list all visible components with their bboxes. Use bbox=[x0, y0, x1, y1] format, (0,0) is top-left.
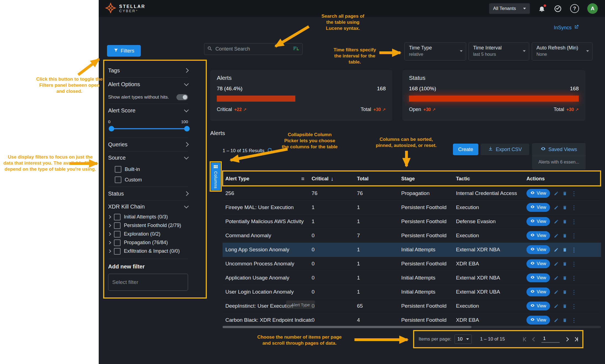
table-row[interactable]: 256 76 76 Propagation Internal Credentia… bbox=[223, 186, 601, 201]
notifications-bell-icon[interactable] bbox=[538, 5, 546, 12]
view-button[interactable]: View bbox=[526, 189, 550, 198]
previous-page-button[interactable] bbox=[533, 338, 536, 341]
check-circle-icon[interactable] bbox=[554, 5, 562, 13]
table-row[interactable]: Long App Session Anomaly 0 1 Initial Att… bbox=[223, 243, 601, 257]
checkbox[interactable] bbox=[114, 231, 121, 238]
table-row[interactable]: DeepInstinct: User Execution 0 65 Persis… bbox=[223, 299, 601, 313]
delete-icon[interactable] bbox=[562, 247, 567, 252]
column-header-total[interactable]: Total bbox=[357, 176, 401, 182]
filter-section-status[interactable]: Status bbox=[108, 187, 188, 201]
export-csv-button[interactable]: Export CSV bbox=[481, 144, 529, 155]
edit-icon[interactable] bbox=[554, 205, 559, 210]
edit-icon[interactable] bbox=[554, 191, 559, 196]
edit-icon[interactable] bbox=[554, 233, 559, 238]
more-actions-icon[interactable]: ⋮ bbox=[571, 247, 577, 253]
sort-descending-icon[interactable]: ↓ bbox=[331, 176, 333, 182]
filter-section-alert-options[interactable]: Alert Options bbox=[108, 78, 188, 91]
table-row[interactable]: Fireeye MAL: User Execution 1 1 Persiste… bbox=[223, 201, 601, 215]
table-row[interactable]: Potentially Malicious AWS Activity 1 1 P… bbox=[223, 215, 601, 229]
view-button[interactable]: View bbox=[526, 273, 550, 282]
table-row[interactable]: Carbon Black: XDR Endpoint Indicato 0 4 … bbox=[223, 313, 601, 327]
time-type-select[interactable]: Time Type relative bbox=[404, 42, 466, 60]
delete-icon[interactable] bbox=[562, 318, 567, 323]
edit-icon[interactable] bbox=[554, 219, 559, 224]
edit-icon[interactable] bbox=[554, 290, 559, 294]
slider-handle-min[interactable] bbox=[109, 126, 114, 131]
lucene-icon[interactable] bbox=[293, 46, 299, 52]
view-button[interactable]: View bbox=[526, 287, 550, 296]
view-button[interactable]: View bbox=[526, 316, 550, 325]
slider-handle-max[interactable] bbox=[184, 126, 190, 131]
checkbox[interactable] bbox=[114, 239, 121, 246]
delete-icon[interactable] bbox=[562, 290, 567, 294]
slider-track[interactable] bbox=[111, 128, 187, 129]
edit-icon[interactable] bbox=[554, 262, 559, 266]
checkbox[interactable] bbox=[114, 248, 121, 255]
filters-toggle-button[interactable]: Filters bbox=[107, 45, 141, 57]
table-row[interactable]: Application Usage Anomaly 0 1 Initial At… bbox=[223, 271, 601, 285]
column-menu-icon[interactable]: ≡ bbox=[301, 176, 304, 182]
chevron-right-icon[interactable] bbox=[108, 232, 111, 236]
next-page-button[interactable] bbox=[565, 338, 568, 341]
page-number-input[interactable] bbox=[541, 336, 560, 343]
last-page-button[interactable] bbox=[574, 337, 578, 341]
table-row[interactable]: Uncommon Process Anomaly 0 1 Persistent … bbox=[223, 257, 601, 271]
filter-section-kill-chain[interactable]: XDR Kill Chain bbox=[108, 201, 188, 213]
more-actions-icon[interactable]: ⋮ bbox=[571, 191, 577, 196]
filter-section-queries[interactable]: Queries bbox=[108, 138, 188, 151]
more-actions-icon[interactable]: ⋮ bbox=[571, 219, 577, 225]
more-actions-icon[interactable]: ⋮ bbox=[571, 275, 577, 281]
view-button[interactable]: View bbox=[526, 302, 550, 310]
column-header-critical[interactable]: Critical ↓ bbox=[312, 176, 357, 182]
more-actions-icon[interactable]: ⋮ bbox=[571, 261, 577, 267]
kill-chain-item[interactable]: Persistent Foothold (2/79) bbox=[108, 221, 188, 230]
checkbox[interactable] bbox=[114, 214, 121, 220]
time-interval-select[interactable]: Time Interval last 5 hours bbox=[468, 42, 529, 60]
filter-section-source[interactable]: Source bbox=[108, 151, 188, 164]
column-header-alert-type[interactable]: Alert Type ≡ bbox=[223, 176, 312, 182]
view-button[interactable]: View bbox=[526, 217, 550, 226]
first-page-button[interactable] bbox=[523, 337, 527, 341]
more-actions-icon[interactable]: ⋮ bbox=[571, 205, 577, 210]
help-icon[interactable]: ? bbox=[570, 4, 579, 13]
table-row[interactable]: User Login Location Anomaly 0 1 Initial … bbox=[223, 285, 601, 299]
auto-refresh-select[interactable]: Auto Refresh (Min) None bbox=[532, 42, 593, 60]
edit-icon[interactable] bbox=[554, 247, 559, 252]
tenant-selector[interactable]: All Tenants bbox=[489, 3, 530, 14]
chevron-right-icon[interactable] bbox=[108, 249, 111, 253]
view-button[interactable]: View bbox=[526, 231, 550, 240]
filter-section-tags[interactable]: Tags bbox=[108, 64, 188, 78]
delete-icon[interactable] bbox=[562, 191, 567, 196]
edit-icon[interactable] bbox=[554, 276, 559, 280]
filter-section-alert-score[interactable]: Alert Score bbox=[108, 104, 188, 117]
delete-icon[interactable] bbox=[562, 205, 567, 210]
saved-views-caption[interactable]: Alerts with 6 essen... bbox=[532, 156, 586, 168]
select-filter-input[interactable] bbox=[108, 274, 188, 291]
saved-views-button[interactable]: Saved Views bbox=[532, 143, 586, 156]
scrollbar-thumb[interactable] bbox=[223, 326, 471, 328]
view-button[interactable]: View bbox=[526, 203, 550, 212]
kill-chain-item[interactable]: Initial Attempts (0/3) bbox=[108, 213, 188, 221]
more-actions-icon[interactable]: ⋮ bbox=[571, 303, 577, 309]
more-actions-icon[interactable]: ⋮ bbox=[571, 233, 577, 239]
checkbox[interactable] bbox=[115, 176, 121, 183]
chevron-right-icon[interactable] bbox=[108, 215, 111, 219]
table-row[interactable]: Command Anomaly 0 7 Persistent Foothold … bbox=[223, 229, 601, 243]
column-header-tactic[interactable]: Tactic bbox=[456, 176, 526, 182]
column-header-stage[interactable]: Stage bbox=[401, 176, 456, 182]
edit-icon[interactable] bbox=[554, 318, 559, 323]
create-button[interactable]: Create bbox=[453, 144, 478, 155]
items-per-page-select[interactable]: 10 bbox=[455, 334, 472, 344]
chevron-right-icon[interactable] bbox=[108, 241, 111, 244]
delete-icon[interactable] bbox=[562, 276, 567, 280]
content-search-input[interactable] bbox=[215, 46, 291, 52]
refresh-icon[interactable] bbox=[267, 147, 272, 154]
avatar[interactable]: A bbox=[587, 3, 598, 14]
insyncs-link[interactable]: InSyncs bbox=[554, 24, 579, 31]
checkbox[interactable] bbox=[115, 166, 121, 173]
delete-icon[interactable] bbox=[562, 219, 567, 224]
alert-types-toggle[interactable] bbox=[176, 94, 188, 100]
view-button[interactable]: View bbox=[526, 245, 550, 254]
view-button[interactable]: View bbox=[526, 259, 550, 268]
kill-chain-item[interactable]: Propagation (76/84) bbox=[108, 238, 188, 247]
